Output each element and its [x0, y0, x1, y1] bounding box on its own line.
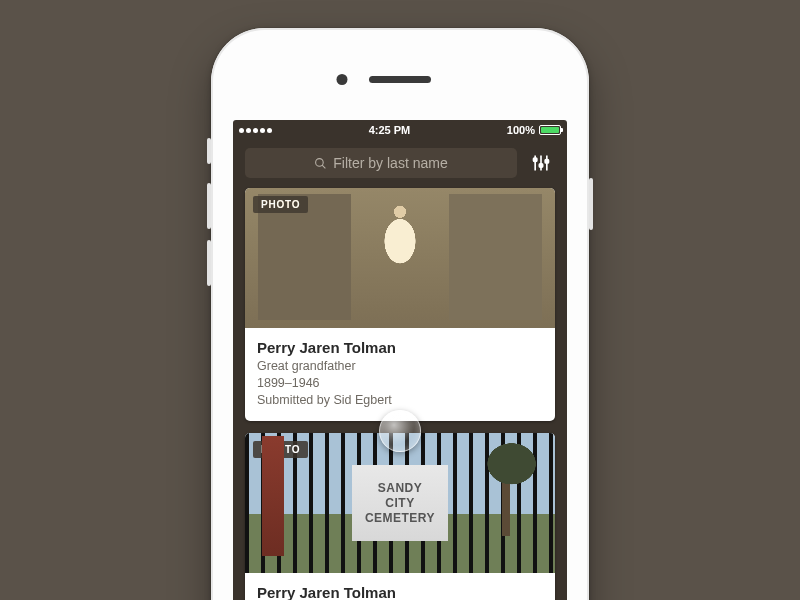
sign-line: CEMETERY	[352, 510, 448, 525]
memory-list[interactable]: PHOTO Perry Jaren Tolman Great grandfath…	[233, 188, 567, 600]
memory-meta: Perry Jaren Tolman Great grandfather 189…	[245, 328, 555, 421]
cemetery-sign: SANDY CITY CEMETERY	[352, 480, 448, 525]
relation-label: Great grandfather	[257, 358, 543, 375]
svg-rect-6	[539, 164, 542, 167]
life-dates: 1899–1946	[257, 375, 543, 392]
search-input[interactable]: Filter by last name	[245, 148, 517, 178]
filter-button[interactable]	[527, 149, 555, 177]
sign-line: CITY	[352, 495, 448, 510]
status-time: 4:25 PM	[369, 124, 411, 136]
sliders-icon	[531, 153, 551, 173]
type-badge: PHOTO	[253, 441, 308, 458]
status-bar: 4:25 PM 100%	[233, 120, 567, 140]
power-button	[589, 178, 593, 230]
battery-icon	[539, 125, 561, 135]
front-camera	[337, 74, 348, 85]
toolbar: Filter by last name	[233, 140, 567, 188]
search-icon	[314, 157, 327, 170]
memory-card[interactable]: PHOTO Perry Jaren Tolman Great grandfath…	[245, 188, 555, 421]
memory-meta: Perry Jaren Tolman Great grandfather	[245, 573, 555, 600]
memory-thumbnail: PHOTO	[245, 188, 555, 328]
volume-down	[207, 240, 211, 286]
phone-frame: 4:25 PM 100% Filter by last name	[211, 28, 589, 600]
memory-thumbnail: PHOTO SANDY CITY CEMETERY	[245, 433, 555, 573]
svg-rect-7	[545, 160, 548, 163]
mute-switch	[207, 138, 211, 164]
submitter-label: Submitted by Sid Egbert	[257, 392, 543, 409]
sign-line: SANDY	[352, 480, 448, 495]
speaker-grill	[369, 76, 431, 83]
signal-dots-icon	[239, 128, 272, 133]
volume-up	[207, 183, 211, 229]
person-name: Perry Jaren Tolman	[257, 583, 543, 600]
search-placeholder: Filter by last name	[333, 155, 447, 171]
svg-line-1	[322, 165, 325, 168]
svg-rect-5	[534, 158, 537, 161]
person-name: Perry Jaren Tolman	[257, 338, 543, 358]
screen: 4:25 PM 100% Filter by last name	[233, 120, 567, 600]
memory-card[interactable]: PHOTO SANDY CITY CEMETERY Perry Jaren To…	[245, 433, 555, 600]
battery-percent: 100%	[507, 124, 535, 136]
type-badge: PHOTO	[253, 196, 308, 213]
svg-point-0	[316, 158, 324, 166]
